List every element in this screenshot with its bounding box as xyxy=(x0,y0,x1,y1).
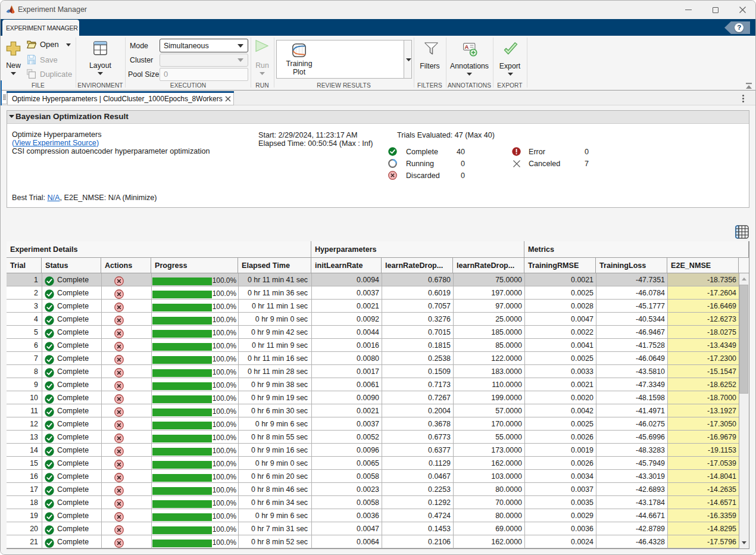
svg-text:A: A xyxy=(465,43,469,50)
